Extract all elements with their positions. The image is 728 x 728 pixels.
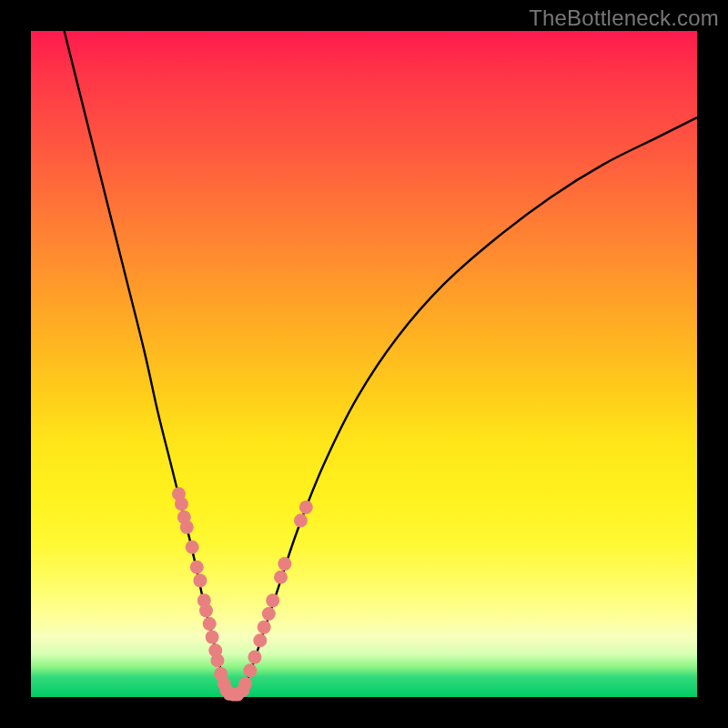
plot-area — [31, 31, 697, 697]
data-point — [248, 651, 261, 664]
data-point — [258, 621, 271, 634]
data-point — [210, 653, 224, 667]
data-point — [253, 633, 267, 647]
data-point — [266, 593, 279, 607]
data-point — [274, 571, 288, 584]
data-point — [230, 688, 244, 702]
data-point — [278, 557, 291, 571]
data-point — [180, 521, 194, 534]
watermark-text: TheBottleneck.com — [529, 5, 719, 31]
right-curve — [241, 117, 697, 693]
data-point — [190, 561, 204, 574]
data-point — [193, 573, 207, 587]
data-markers — [172, 487, 313, 701]
chart-frame: TheBottleneck.com — [0, 0, 728, 728]
data-point — [206, 631, 219, 644]
data-point — [299, 500, 313, 514]
data-point — [175, 497, 188, 511]
data-point — [262, 607, 276, 621]
data-point — [243, 663, 257, 677]
data-point — [186, 541, 199, 554]
curves-svg — [31, 31, 697, 697]
data-point — [199, 603, 213, 617]
data-point — [294, 514, 308, 528]
data-point — [203, 617, 217, 631]
